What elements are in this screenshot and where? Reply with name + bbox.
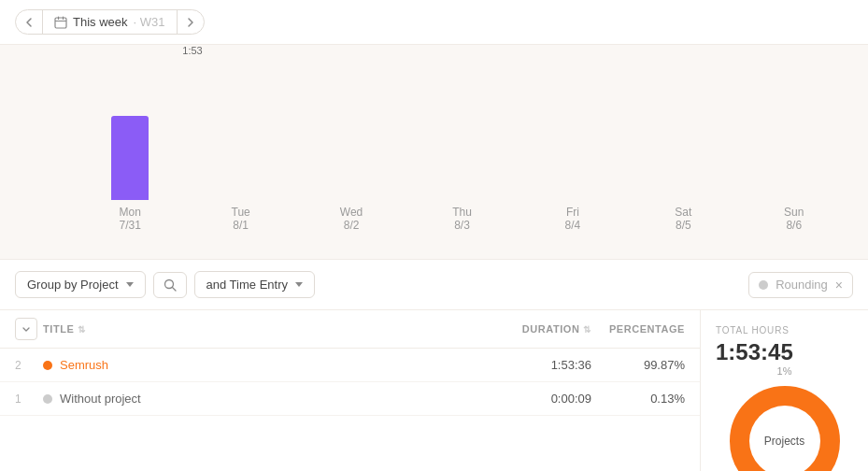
- day-date-tue: 8/1: [233, 219, 249, 232]
- week-nav: This week · W31: [15, 9, 205, 35]
- day-name-tue: Tue: [232, 206, 250, 219]
- svg-rect-0: [55, 18, 66, 28]
- day-date-wed: 8/2: [344, 219, 360, 232]
- right-panel: TOTAL HOURS 1:53:45 1% Projects: [700, 310, 868, 471]
- th-duration: DURATION ⇅: [479, 323, 591, 335]
- day-date-sun: 8/6: [786, 219, 802, 232]
- table-rows: 2Semrush1:53:3699.87%1Without project0:0…: [0, 349, 700, 416]
- row-title: Semrush: [43, 358, 479, 372]
- th-expand: [15, 318, 43, 340]
- next-week-button[interactable]: [178, 12, 204, 33]
- day-col-tue: Tue8/1: [185, 64, 295, 232]
- table-section: TITLE ⇅ DURATION ⇅ PERCENTAGE 2Semrush1:…: [0, 310, 700, 471]
- donut-center-label: Projects: [764, 435, 804, 448]
- percentage-header-label: PERCENTAGE: [609, 323, 685, 335]
- prev-week-button[interactable]: [16, 12, 42, 33]
- day-col-fri: Fri8/4: [518, 64, 628, 232]
- project-dot-icon: [43, 361, 52, 370]
- day-col-wed: Wed8/2: [296, 64, 406, 232]
- row-title: Without project: [43, 392, 479, 406]
- svg-line-5: [172, 287, 176, 291]
- day-name-thu: Thu: [452, 206, 472, 219]
- chart-inner: Mon7/31Tue8/1Wed8/2Thu8/3Fri8/4Sat8/5Sun…: [19, 64, 849, 232]
- time-entry-filter[interactable]: and Time Entry: [194, 271, 315, 298]
- chevron-down-icon: [126, 282, 134, 287]
- collapse-all-button[interactable]: [15, 318, 37, 340]
- sort-icon[interactable]: ⇅: [78, 324, 86, 335]
- table-row[interactable]: 1Without project0:00:090.13%: [0, 382, 700, 416]
- main-content: TITLE ⇅ DURATION ⇅ PERCENTAGE 2Semrush1:…: [0, 310, 868, 471]
- search-icon: [164, 278, 177, 292]
- title-header-label: TITLE: [43, 323, 74, 335]
- rounding-area: Rounding ×: [748, 272, 853, 298]
- table-header: TITLE ⇅ DURATION ⇅ PERCENTAGE: [0, 310, 700, 349]
- row-num: 2: [15, 359, 43, 372]
- day-name-fri: Fri: [566, 206, 579, 219]
- row-duration: 0:00:09: [479, 392, 591, 406]
- day-col-mon: Mon7/31: [75, 64, 185, 232]
- row-duration: 1:53:36: [479, 358, 591, 372]
- bar-value-label: 1:53: [164, 45, 221, 56]
- days-row: Mon7/31Tue8/1Wed8/2Thu8/3Fri8/4Sat8/5Sun…: [75, 64, 849, 232]
- time-entry-label: and Time Entry: [206, 278, 288, 292]
- duration-sort-icon[interactable]: ⇅: [583, 324, 591, 335]
- day-name-mon: Mon: [120, 206, 141, 219]
- day-col-sat: Sat8/5: [628, 64, 738, 232]
- th-title: TITLE ⇅: [43, 323, 479, 335]
- project-dot-icon: [43, 394, 52, 404]
- day-date-thu: 8/3: [454, 219, 470, 232]
- day-date-mon: 7/31: [120, 219, 141, 232]
- row-percentage: 0.13%: [591, 392, 685, 406]
- rounding-dot-icon: [759, 280, 768, 290]
- donut-chart: 1% Projects: [724, 380, 846, 471]
- day-date-fri: 8/4: [565, 219, 581, 232]
- table-row[interactable]: 2Semrush1:53:3699.87%: [0, 349, 700, 382]
- collapse-icon: [21, 324, 31, 334]
- day-col-sun: Sun8/6: [739, 64, 849, 232]
- donut-percent-label: 1%: [777, 365, 792, 377]
- week-num: · W31: [134, 15, 165, 29]
- day-date-sat: 8/5: [676, 219, 691, 232]
- donut-svg: [724, 380, 846, 471]
- duration-header-label: DURATION: [522, 323, 580, 335]
- day-col-thu: Thu8/3: [406, 64, 517, 232]
- total-hours-value: 1:53:45: [716, 339, 853, 365]
- rounding-label: Rounding: [776, 278, 828, 292]
- chart-section: 1:53 Mon7/31Tue8/1Wed8/2Thu8/3Fri8/4Sat8…: [0, 45, 868, 260]
- day-name-sun: Sun: [784, 206, 804, 219]
- th-percentage: PERCENTAGE: [591, 323, 685, 335]
- top-bar: This week · W31: [0, 0, 868, 45]
- group-by-filter[interactable]: Group by Project: [15, 271, 146, 298]
- day-name-wed: Wed: [340, 206, 363, 219]
- group-by-label: Group by Project: [27, 278, 119, 292]
- calendar-icon: [54, 16, 67, 29]
- week-text: This week: [73, 15, 128, 29]
- chevron-down-icon-2: [295, 282, 303, 287]
- project-name: Semrush: [60, 358, 108, 372]
- bar-mon[interactable]: [111, 116, 149, 200]
- filters-row: Group by Project and Time Entry Rounding…: [0, 260, 868, 310]
- project-name: Without project: [60, 392, 141, 406]
- row-num: 1: [15, 392, 43, 406]
- row-percentage: 99.87%: [591, 358, 685, 372]
- total-hours-label: TOTAL HOURS: [716, 325, 853, 335]
- week-label: This week · W31: [42, 10, 178, 34]
- day-name-sat: Sat: [675, 206, 691, 219]
- rounding-reset-button[interactable]: ×: [835, 278, 843, 293]
- search-button[interactable]: [153, 272, 187, 298]
